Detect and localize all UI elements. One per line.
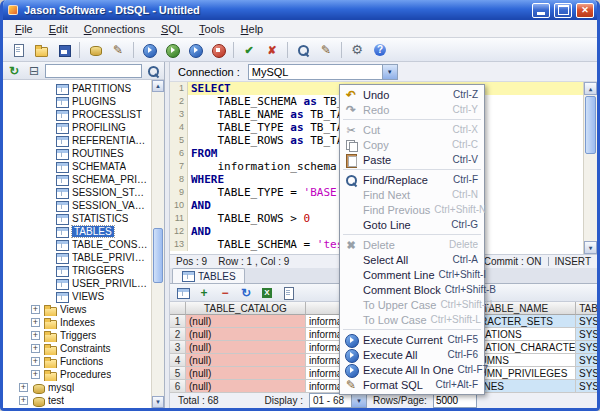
- chevron-down-icon[interactable]: [351, 394, 366, 407]
- menu-sql[interactable]: SQL: [153, 22, 191, 36]
- context-menu-item-goto-line[interactable]: Goto LineCtrl-G: [340, 217, 484, 232]
- results-button-delete-row[interactable]: [215, 285, 235, 301]
- sidebar-button-collapse-all[interactable]: [25, 63, 43, 79]
- context-menu-item-comment-block[interactable]: Comment BlockCtrl+Shift-B: [340, 282, 484, 297]
- grid-cell[interactable]: SYSTEM VIEW: [576, 354, 597, 367]
- toolbar-button-execute-current[interactable]: [138, 40, 160, 60]
- tree-item-session-variables[interactable]: SESSION_VARIABLES: [3, 199, 164, 212]
- tree-item-mysql[interactable]: +mysql: [3, 381, 164, 394]
- grid-cell[interactable]: SYSTEM VIEW: [576, 315, 597, 328]
- connection-select[interactable]: MySQL: [248, 64, 398, 80]
- tree-item-session-status[interactable]: SESSION_STATUS: [3, 186, 164, 199]
- context-menu-item-redo[interactable]: RedoCtrl-Y: [340, 102, 484, 117]
- context-menu-item-to-upper-case[interactable]: To Upper CaseCtrl+Shift-U: [340, 297, 484, 312]
- grid-cell[interactable]: (null): [186, 354, 306, 367]
- expand-plus-icon[interactable]: +: [31, 305, 40, 314]
- tree-item-test[interactable]: +test: [3, 394, 164, 407]
- tree-item-table-privileges[interactable]: TABLE_PRIVILEGES: [3, 251, 164, 264]
- tree-item-schema-privileges[interactable]: SCHEMA_PRIVILEGES: [3, 173, 164, 186]
- close-button[interactable]: [576, 3, 594, 18]
- grid-cell[interactable]: (null): [186, 367, 306, 380]
- expand-plus-icon[interactable]: +: [31, 357, 40, 366]
- tree-item-user-privileges[interactable]: USER_PRIVILEGES: [3, 277, 164, 290]
- context-menu-item-cut[interactable]: CutCtrl-X: [340, 122, 484, 137]
- expand-plus-icon[interactable]: +: [31, 331, 40, 340]
- context-menu-item-format-sql[interactable]: Format SQLCtrl+Alt-F: [340, 377, 484, 392]
- tree-item-indexes[interactable]: +Indexes: [3, 316, 164, 329]
- toolbar-button-save-sql[interactable]: [53, 40, 75, 60]
- tree-search-button[interactable]: [144, 63, 162, 79]
- context-menu-item-select-all[interactable]: Select AllCtrl-A: [340, 252, 484, 267]
- tree-scrollbar[interactable]: ▲ ▼: [151, 80, 164, 408]
- results-button-insert-row[interactable]: [194, 285, 214, 301]
- context-menu-item-execute-current[interactable]: Execute CurrentCtrl-F5: [340, 332, 484, 347]
- scroll-thumb[interactable]: [585, 96, 596, 154]
- toolbar-button-rollback[interactable]: [261, 40, 283, 60]
- tree-item-functions[interactable]: +Functions: [3, 355, 164, 368]
- menu-tools[interactable]: Tools: [191, 22, 233, 36]
- sidebar-button-refresh-tree[interactable]: [5, 63, 23, 79]
- toolbar-button-execute-all-in-one[interactable]: [184, 40, 206, 60]
- results-button-edit-data[interactable]: [173, 285, 193, 301]
- tree-item-tables[interactable]: TABLES: [3, 225, 164, 238]
- results-button-refresh-results[interactable]: [236, 285, 256, 301]
- context-menu-item-find-previous[interactable]: Find PreviousCtrl+Shift-N: [340, 202, 484, 217]
- tree-item-statistics[interactable]: STATISTICS: [3, 212, 164, 225]
- editor-scrollbar[interactable]: [583, 82, 597, 254]
- tree-item-partitions[interactable]: PARTITIONS: [3, 82, 164, 95]
- display-range-select[interactable]: 01 - 68: [309, 393, 367, 408]
- grid-cell[interactable]: SYSTEM VIEW: [576, 380, 597, 393]
- tree-item-processlist[interactable]: PROCESSLIST: [3, 108, 164, 121]
- context-menu-item-paste[interactable]: PasteCtrl-V: [340, 152, 484, 167]
- toolbar-button-format-sql[interactable]: [315, 40, 337, 60]
- toolbar-button-new-connection[interactable]: [84, 40, 106, 60]
- chevron-down-icon[interactable]: [382, 65, 397, 79]
- expand-plus-icon[interactable]: +: [31, 344, 40, 353]
- tab-tables[interactable]: TABLES: [172, 268, 245, 283]
- scroll-thumb[interactable]: [153, 228, 163, 283]
- grid-cell[interactable]: SYSTEM VIEW: [576, 367, 597, 380]
- context-menu-item-find-next[interactable]: Find NextCtrl-N: [340, 187, 484, 202]
- expand-plus-icon[interactable]: +: [31, 318, 40, 327]
- tree-item-procedures[interactable]: +Procedures: [3, 368, 164, 381]
- titlebar[interactable]: Jason Software - DtSQL - Untitled: [3, 0, 597, 20]
- menu-file[interactable]: File: [7, 22, 41, 36]
- scroll-up-icon[interactable]: ▲: [152, 80, 164, 92]
- toolbar-button-edit-connection[interactable]: [107, 40, 129, 60]
- context-menu-item-to-low-case[interactable]: To Low CaseCtrl+Shift-L: [340, 312, 484, 327]
- tree-item-schemata[interactable]: SCHEMATA: [3, 160, 164, 173]
- scroll-down-icon[interactable]: ▼: [152, 396, 164, 408]
- tree-item-constraints[interactable]: +Constraints: [3, 342, 164, 355]
- context-menu-item-undo[interactable]: UndoCtrl-Z: [340, 87, 484, 102]
- maximize-button[interactable]: [554, 3, 572, 18]
- minimize-button[interactable]: [532, 3, 550, 18]
- expand-plus-icon[interactable]: +: [19, 396, 28, 405]
- tree-item-views[interactable]: +Views: [3, 303, 164, 316]
- toolbar-button-help[interactable]: [369, 40, 391, 60]
- grid-header-table-catalog[interactable]: TABLE_CATALOG: [186, 302, 306, 315]
- menu-connections[interactable]: Connections: [76, 22, 153, 36]
- grid-cell[interactable]: SYSTEM VIEW: [576, 341, 597, 354]
- grid-cell[interactable]: (null): [186, 341, 306, 354]
- context-menu-item-delete[interactable]: DeleteDelete: [340, 237, 484, 252]
- context-menu-item-comment-line[interactable]: Comment LineCtrl+Shift-I: [340, 267, 484, 282]
- menu-edit[interactable]: Edit: [41, 22, 76, 36]
- context-menu-item-execute-all[interactable]: Execute AllCtrl-F6: [340, 347, 484, 362]
- expand-plus-icon[interactable]: +: [19, 383, 28, 392]
- tree-filter-input[interactable]: [45, 64, 142, 78]
- toolbar-button-commit[interactable]: [238, 40, 260, 60]
- tree-item-referential-constraints[interactable]: REFERENTIAL_CONSTRAINTS: [3, 134, 164, 147]
- scroll-down-icon[interactable]: [584, 241, 597, 254]
- grid-cell[interactable]: (null): [186, 315, 306, 328]
- tree-item-table-constraints[interactable]: TABLE_CONSTRAINTS: [3, 238, 164, 251]
- scroll-up-icon[interactable]: [584, 82, 597, 95]
- tree-item-routines[interactable]: ROUTINES: [3, 147, 164, 160]
- grid-cell[interactable]: SYSTEM VIEW: [576, 328, 597, 341]
- toolbar-button-settings[interactable]: [346, 40, 368, 60]
- grid-header-table-type[interactable]: TABLE_TYPE: [576, 302, 597, 315]
- toolbar-button-find-replace[interactable]: [292, 40, 314, 60]
- tree-item-profiling[interactable]: PROFILING: [3, 121, 164, 134]
- toolbar-button-stop[interactable]: [207, 40, 229, 60]
- grid-cell[interactable]: (null): [186, 328, 306, 341]
- tree-item-plugins[interactable]: PLUGINS: [3, 95, 164, 108]
